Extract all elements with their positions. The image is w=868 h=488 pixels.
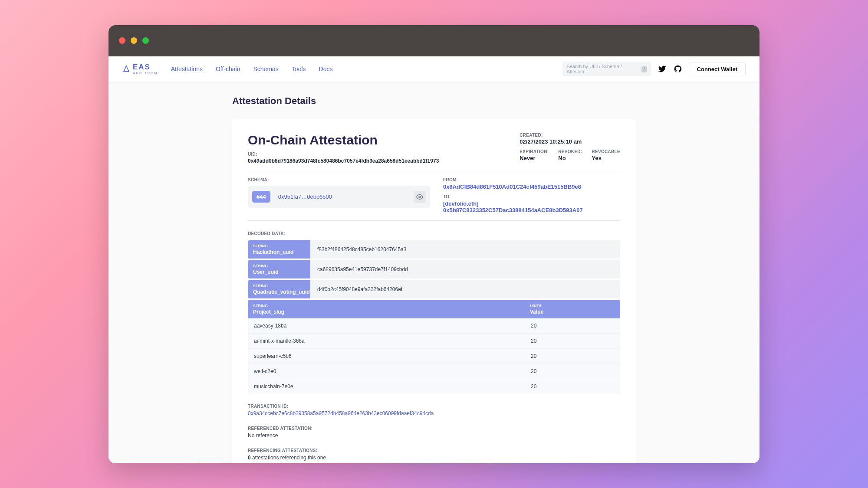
project-row: superlearn-c5b620 [248, 349, 620, 364]
project-row: ai-mint-x-mantle-366a20 [248, 334, 620, 349]
schema-number-badge[interactable]: #44 [252, 191, 270, 203]
nav-offchain[interactable]: Off-chain [216, 66, 240, 72]
field-type: STRING [253, 264, 305, 268]
search-kbd-hint: / [641, 66, 647, 72]
decoded-field-row: STRINGQuadratic_voting_uuidd4f0b2c45f904… [248, 280, 620, 298]
schema-label: SCHEMA: [248, 177, 430, 182]
uid-value: 0x49add0b8d79186a93d748fc580486bc7057e4f… [248, 158, 439, 164]
field-value: ca689635a95e41e59737de7f1409cbdd [310, 260, 620, 278]
field-type: STRING [253, 284, 305, 288]
revocable-value: Yes [592, 155, 620, 161]
project-slug: aaveasy-18ba [248, 318, 525, 333]
project-slug-type: STRING [253, 304, 519, 308]
nav-attestations[interactable]: Attestations [171, 66, 203, 72]
logo-subtext: ARBITRUM [133, 72, 158, 75]
search-placeholder: Search by UID / Schema / Attestati… [567, 64, 641, 74]
from-label: FROM: [443, 177, 620, 182]
page-title: Attestation Details [232, 95, 636, 107]
attestation-card: On-Chain Attestation UID: 0x49add0b8d791… [232, 119, 636, 463]
field-label: STRINGHackathon_uuid [248, 240, 310, 259]
field-name: User_uuid [253, 269, 305, 275]
project-value: 20 [525, 318, 620, 333]
logo-text: EAS [133, 63, 158, 71]
field-value: f83b2f48642548c485ceb162047645a3 [310, 240, 620, 259]
nav-schemas[interactable]: Schemas [253, 66, 278, 72]
project-value: 20 [525, 334, 620, 348]
attestation-title: On-Chain Attestation [248, 133, 439, 147]
revocable-label: REVOCABLE [592, 149, 620, 154]
eye-icon [416, 193, 423, 200]
field-value: d4f0b2c45f9048e9afa222fab64206ef [310, 280, 620, 298]
view-schema-button[interactable] [414, 191, 426, 203]
field-name: Hackathon_uuid [253, 249, 305, 255]
revoked-label: REVOKED: [558, 149, 582, 154]
project-slug: superlearn-c5b6 [248, 349, 525, 364]
txid-label: TRANSACTION ID: [248, 404, 620, 409]
to-ens-name[interactable]: [devfolio.eth] [443, 200, 620, 207]
referencing-label: REFERENCING ATTESTATIONS: [248, 448, 620, 453]
nav-docs[interactable]: Docs [319, 66, 333, 72]
referencing-suffix: attestations referencing this one [251, 455, 326, 461]
project-slug: musicchain-7e0e [248, 379, 525, 394]
decoded-data-label: DECODED DATA: [248, 231, 620, 236]
to-address[interactable]: 0x5b87C8323352C57Dac33884154aACE8b3D593A… [443, 207, 620, 213]
nav-tools[interactable]: Tools [292, 66, 306, 72]
txid-value[interactable]: 0x9a34ccebc7e6c8b29358a5a9572db458a964e2… [248, 410, 620, 416]
connect-wallet-button[interactable]: Connect Wallet [689, 62, 746, 76]
field-name: Quadratic_voting_uuid [253, 289, 305, 295]
nav-links: Attestations Off-chain Schemas Tools Doc… [171, 66, 333, 72]
top-nav: EAS ARBITRUM Attestations Off-chain Sche… [108, 56, 760, 82]
svg-point-0 [419, 196, 421, 198]
app-window: EAS ARBITRUM Attestations Off-chain Sche… [108, 25, 760, 463]
window-close-icon[interactable] [119, 37, 125, 44]
project-row: musicchain-7e0e20 [248, 379, 620, 394]
uid-label: UID: [248, 152, 439, 157]
search-input[interactable]: Search by UID / Schema / Attestati… / [562, 62, 651, 76]
schema-address[interactable]: 0x951fa7…0ebb6500 [278, 193, 332, 200]
logo[interactable]: EAS ARBITRUM [122, 63, 158, 75]
project-slug: welf-c2e0 [248, 364, 525, 379]
revoked-value: No [558, 155, 582, 161]
from-address[interactable]: 0x8AdCfB84d861F510Ad01C24cf459abE1515BB9… [443, 183, 620, 190]
decoded-field-row: STRINGHackathon_uuidf83b2f48642548c485ce… [248, 240, 620, 259]
github-icon[interactable] [673, 64, 683, 74]
project-row: aaveasy-18ba20 [248, 318, 620, 334]
project-value: 20 [525, 379, 620, 394]
project-slug-name: Project_slug [253, 309, 519, 315]
project-slug: ai-mint-x-mantle-366a [248, 334, 525, 348]
twitter-icon[interactable] [658, 64, 667, 74]
project-value-name: Value [530, 309, 615, 315]
window-minimize-icon[interactable] [131, 37, 137, 44]
referencing-value: 0 attestations referencing this one [248, 455, 620, 461]
content-area: Attestation Details On-Chain Attestation… [108, 82, 760, 463]
created-label: CREATED: [519, 133, 620, 138]
referencing-count: 0 [248, 455, 251, 461]
project-value-type: UINT8 [530, 304, 615, 308]
window-maximize-icon[interactable] [142, 37, 149, 44]
decoded-field-row: STRINGUser_uuidca689635a95e41e59737de7f1… [248, 260, 620, 278]
project-table-header: STRING Project_slug UINT8 Value [248, 300, 620, 318]
project-value: 20 [525, 364, 620, 379]
titlebar [108, 25, 760, 56]
to-label: TO: [443, 194, 620, 199]
field-label: STRINGQuadratic_voting_uuid [248, 280, 310, 298]
created-value: 02/27/2023 10:25:10 am [519, 138, 620, 145]
field-label: STRINGUser_uuid [248, 260, 310, 278]
project-value: 20 [525, 349, 620, 364]
project-row: welf-c2e020 [248, 364, 620, 379]
schema-box: #44 0x951fa7…0ebb6500 [248, 186, 430, 208]
referenced-label: REFERENCED ATTESTATION: [248, 426, 620, 431]
expiration-value: Never [519, 155, 549, 161]
expiration-label: EXPIRATION: [519, 149, 549, 154]
field-type: STRING [253, 244, 305, 248]
logo-icon [122, 65, 130, 73]
referenced-value: No reference [248, 432, 620, 439]
